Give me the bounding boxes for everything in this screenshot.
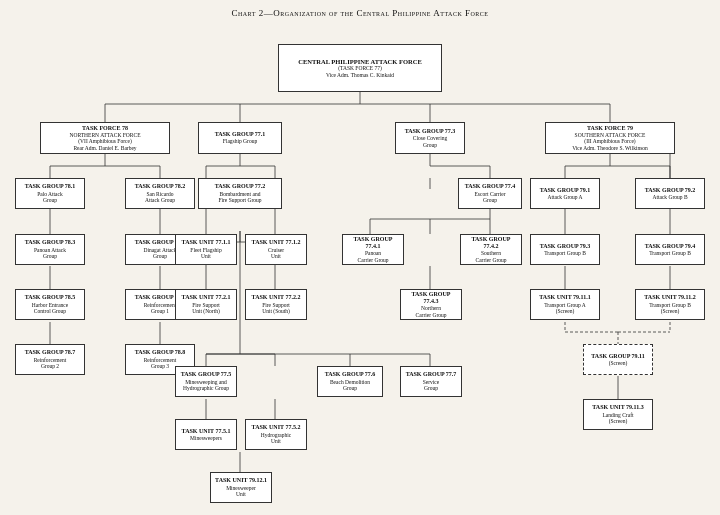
tu77-1-2-label: TASK UNIT 77.1.2	[252, 239, 301, 246]
tg77-2-sub2: Fire Support Group	[215, 197, 266, 204]
tg79-4-label: TASK GROUP 79.4	[645, 243, 696, 250]
tg77-7-box: TASK GROUP 77.7 Service Group	[400, 366, 462, 397]
tu79-12-1-box: TASK UNIT 79.12.1 Minesweeper Unit	[210, 472, 272, 503]
org-chart: CENTRAL PHILIPPINE ATTACK FORCE (TASK FO…	[10, 24, 710, 514]
tf78-sub2: (VII Amphibious Force)	[69, 138, 140, 145]
tg77-4-label: TASK GROUP 77.4	[465, 183, 516, 190]
tg79-11-box: TASK GROUP 79.11 (Screen)	[583, 344, 653, 375]
tu77-1-1-sub2: Unit	[182, 253, 231, 260]
tu77-5-1-box: TASK UNIT 77.5.1 Minesweepers	[175, 419, 237, 450]
tu79-11-3-label: TASK UNIT 79.11.3	[592, 404, 643, 411]
tg78-5-sub1: Harbor Entrance	[25, 302, 76, 309]
tu79-11-1-label: TASK UNIT 79.11.1	[539, 294, 590, 301]
tg77-5-box: TASK GROUP 77.5 Minesweeping and Hydrogr…	[175, 366, 237, 397]
tf79-sub1: SOUTHERN ATTACK FORCE	[572, 132, 648, 139]
tg77-4-sub2: Group	[465, 197, 516, 204]
tg77-4-2-label: TASK GROUP 77.4.2	[464, 236, 518, 250]
tg77-4-2-sub2: Carrier Group	[464, 257, 518, 264]
central-sub2: Vice Adm. Thomas C. Kinkaid	[298, 72, 421, 79]
tg77-4-box: TASK GROUP 77.4 Escort Carrier Group	[458, 178, 522, 209]
tg77-5-sub2: Hydrographic Group	[181, 385, 232, 392]
tg77-4-2-sub1: Southern	[464, 250, 518, 257]
tu77-5-2-label: TASK UNIT 77.5.2	[252, 424, 301, 431]
tg78-2-sub2: Attack Group	[135, 197, 186, 204]
tg78-2-sub1: San Ricardo	[135, 191, 186, 198]
tg77-6-label: TASK GROUP 77.6	[325, 371, 376, 378]
tf79-sub3: Vice Adm. Theodore S. Wilkinson	[572, 145, 648, 152]
tu77-2-1-sub2: Unit (North)	[182, 308, 231, 315]
tu79-11-3-sub2: (Screen)	[592, 418, 643, 425]
tg78-1-sub1: Palo Attack	[25, 191, 76, 198]
tg77-4-1-label: TASK GROUP 77.4.1	[346, 236, 400, 250]
tf77-3-sub1: Close Covering	[405, 135, 456, 142]
tg79-3-box: TASK GROUP 79.3 Transport Group B	[530, 234, 600, 265]
tg78-2-box: TASK GROUP 78.2 San Ricardo Attack Group	[125, 178, 195, 209]
tu77-1-1-label: TASK UNIT 77.1.1	[182, 239, 231, 246]
tu79-12-1-label: TASK UNIT 79.12.1	[215, 477, 267, 484]
tu79-11-3-box: TASK UNIT 79.11.3 Landing Craft (Screen)	[583, 399, 653, 430]
tg78-2-label: TASK GROUP 78.2	[135, 183, 186, 190]
tu79-11-2-label: TASK UNIT 79.11.2	[644, 294, 695, 301]
tu79-11-2-sub1: Transport Group B	[644, 302, 695, 309]
tu77-1-2-sub2: Unit	[252, 253, 301, 260]
tg77-5-sub1: Minesweeping and	[181, 379, 232, 386]
tg79-3-label: TASK GROUP 79.3	[540, 243, 591, 250]
tu77-5-2-sub2: Unit	[252, 438, 301, 445]
tg78-7-label: TASK GROUP 78.7	[25, 349, 76, 356]
tg78-3-label: TASK GROUP 78.3	[25, 239, 76, 246]
central-box: CENTRAL PHILIPPINE ATTACK FORCE (TASK FO…	[278, 44, 442, 92]
tg78-5-box: TASK GROUP 78.5 Harbor Entrance Control …	[15, 289, 85, 320]
central-sub1: (TASK FORCE 77)	[298, 65, 421, 72]
tg77-6-sub1: Beach Demolition	[325, 379, 376, 386]
tf77-1-box: TASK GROUP 77.1 Flagship Group	[198, 122, 282, 154]
tg79-11-sub1: (Screen)	[591, 360, 644, 367]
tf78-sub3: Rear Adm. Daniel E. Barbey	[69, 145, 140, 152]
central-label: CENTRAL PHILIPPINE ATTACK FORCE	[298, 58, 421, 66]
tu77-1-2-sub1: Cruiser	[252, 247, 301, 254]
tg78-5-sub2: Control Group	[25, 308, 76, 315]
tg77-4-1-sub2: Carrier Group	[346, 257, 400, 264]
tg77-4-sub1: Escort Carrier	[465, 191, 516, 198]
tg79-2-sub1: Attack Group B	[645, 194, 696, 201]
tf78-sub1: NORTHERN ATTACK FORCE	[69, 132, 140, 139]
tu77-2-1-label: TASK UNIT 77.2.1	[182, 294, 231, 301]
tu79-11-1-sub2: (Screen)	[539, 308, 590, 315]
tg77-4-2-box: TASK GROUP 77.4.2 Southern Carrier Group	[460, 234, 522, 265]
tg79-4-sub1: Transport Group B	[645, 250, 696, 257]
tf79-sub2: (III Amphibious Force)	[572, 138, 648, 145]
tu77-1-2-box: TASK UNIT 77.1.2 Cruiser Unit	[245, 234, 307, 265]
tg78-7-sub2: Group 2	[25, 363, 76, 370]
tu79-11-2-sub2: (Screen)	[644, 308, 695, 315]
tu77-1-1-sub1: Fleet Flagship	[182, 247, 231, 254]
tu77-5-1-label: TASK UNIT 77.5.1	[182, 428, 231, 435]
tg77-4-1-box: TASK GROUP 77.4.1 Panoan Carrier Group	[342, 234, 404, 265]
tu77-5-1-sub1: Minesweepers	[182, 435, 231, 442]
tg77-4-1-sub1: Panoan	[346, 250, 400, 257]
tu77-5-2-box: TASK UNIT 77.5.2 Hydrographic Unit	[245, 419, 307, 450]
tg79-4-box: TASK GROUP 79.4 Transport Group B	[635, 234, 705, 265]
tu79-12-1-sub2: Unit	[215, 491, 267, 498]
tu77-1-1-box: TASK UNIT 77.1.1 Fleet Flagship Unit	[175, 234, 237, 265]
tu77-2-1-sub1: Fire Support	[182, 302, 231, 309]
tg77-4-3-sub2: Carrier Group	[404, 312, 458, 319]
connector-lines	[10, 24, 710, 515]
tf77-3-box: TASK GROUP 77.3 Close Covering Group	[395, 122, 465, 154]
tg79-1-box: TASK GROUP 79.1 Attack Group A	[530, 178, 600, 209]
tg77-5-label: TASK GROUP 77.5	[181, 371, 232, 378]
tg78-7-box: TASK GROUP 78.7 Reinforcement Group 2	[15, 344, 85, 375]
tg78-5-label: TASK GROUP 78.5	[25, 294, 76, 301]
tu77-2-2-label: TASK UNIT 77.2.2	[252, 294, 301, 301]
tg78-3-sub1: Panoan Attack	[25, 247, 76, 254]
tg78-3-sub2: Group	[25, 253, 76, 260]
tg77-4-3-sub1: Northern	[404, 305, 458, 312]
tu79-12-1-sub1: Minesweeper	[215, 485, 267, 492]
tg78-7-sub1: Reinforcement	[25, 357, 76, 364]
tg78-1-box: TASK GROUP 78.1 Palo Attack Group	[15, 178, 85, 209]
tg77-2-box: TASK GROUP 77.2 Bombardment and Fire Sup…	[198, 178, 282, 209]
tf77-1-sub1: Flagship Group	[215, 138, 266, 145]
tg78-1-sub2: Group	[25, 197, 76, 204]
tu77-2-1-box: TASK UNIT 77.2.1 Fire Support Unit (Nort…	[175, 289, 237, 320]
tg77-4-3-label: TASK GROUP 77.4.3	[404, 291, 458, 305]
tf78-box: TASK FORCE 78 NORTHERN ATTACK FORCE (VII…	[40, 122, 170, 154]
tu77-2-2-box: TASK UNIT 77.2.2 Fire Support Unit (Sout…	[245, 289, 307, 320]
